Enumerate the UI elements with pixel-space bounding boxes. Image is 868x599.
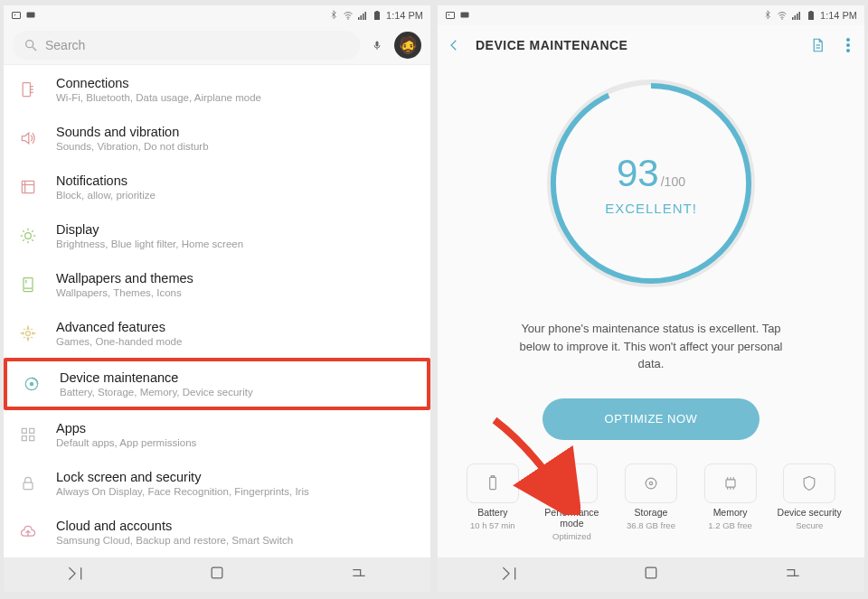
svg-rect-53 [489, 477, 495, 489]
mic-icon[interactable] [369, 37, 385, 53]
advanced-icon [16, 324, 40, 342]
svg-rect-37 [24, 482, 33, 490]
svg-rect-2 [27, 13, 35, 18]
settings-item-connections[interactable]: Connections Wi-Fi, Bluetooth, Data usage… [4, 65, 430, 114]
settings-item-title: Cloud and accounts [56, 519, 418, 533]
sounds-icon [16, 129, 40, 147]
category-label: Device security [772, 507, 846, 518]
phone-device-maintenance: 1:14 PM DEVICE MAINTENANCE 93/100 EXCELL… [438, 5, 864, 592]
settings-item-title: Apps [56, 421, 418, 435]
svg-rect-44 [792, 17, 794, 20]
battery-icon [372, 10, 382, 21]
settings-item-notifications[interactable]: Notifications Block, allow, prioritize [4, 163, 430, 211]
nav-recents[interactable] [500, 564, 518, 585]
svg-point-20 [25, 233, 32, 239]
settings-item-title: Sounds and vibration [56, 125, 418, 139]
settings-item-sub: Default apps, App permissions [56, 437, 418, 448]
more-icon[interactable] [839, 36, 857, 54]
svg-rect-42 [461, 13, 469, 18]
lock-icon [16, 474, 40, 492]
apps-icon [16, 426, 40, 444]
settings-item-display[interactable]: Display Brightness, Blue light filter, H… [4, 211, 430, 260]
settings-item-title: Lock screen and security [56, 470, 418, 484]
category-sub: Secure [772, 520, 846, 530]
message-icon [25, 10, 36, 21]
settings-item-lock[interactable]: Lock screen and security Always On Displ… [4, 459, 430, 508]
settings-item-maintenance[interactable]: Device maintenance Battery, Storage, Mem… [4, 358, 430, 410]
category-performance-mode[interactable]: Performance mode Optimized [535, 463, 609, 541]
profile-avatar[interactable]: 🧔 [394, 32, 421, 59]
svg-point-52 [553, 86, 749, 281]
settings-item-sub: Battery, Storage, Memory, Device securit… [60, 387, 414, 398]
category-label: Memory [693, 507, 768, 518]
settings-item-sub: Wallpapers, Themes, Icons [56, 287, 418, 298]
svg-line-27 [23, 239, 24, 241]
dm-message: Your phone's maintenance status is excel… [506, 320, 796, 373]
score-ring: 93/100 EXCELLENT! [547, 80, 755, 287]
svg-rect-39 [212, 567, 222, 578]
svg-rect-5 [361, 15, 363, 20]
svg-rect-29 [24, 278, 33, 289]
settings-item-sub: Always On Display, Face Recognition, Fin… [56, 486, 418, 497]
settings-list[interactable]: Connections Wi-Fi, Bluetooth, Data usage… [4, 65, 430, 557]
nav-back[interactable] [350, 564, 368, 585]
settings-item-title: Advanced features [56, 320, 418, 334]
signal-icon [357, 10, 368, 21]
connections-icon [16, 80, 40, 98]
category-battery[interactable]: Battery 10 h 57 min [456, 463, 530, 541]
status-time: 1:14 PM [386, 10, 423, 21]
nav-home[interactable] [642, 564, 660, 585]
svg-line-25 [23, 230, 24, 232]
document-icon[interactable] [808, 36, 826, 54]
svg-rect-40 [447, 13, 455, 19]
svg-rect-46 [797, 14, 798, 20]
category-sub: 1.2 GB free [693, 520, 768, 530]
category-icon [704, 463, 757, 503]
settings-item-title: Connections [56, 76, 418, 90]
svg-point-1 [14, 14, 16, 16]
category-row: Battery 10 h 57 min Performance mode Opt… [456, 463, 846, 541]
svg-point-32 [30, 382, 33, 385]
category-storage[interactable]: Storage 36.8 GB free [614, 463, 688, 541]
category-label: Storage [614, 507, 688, 518]
category-sub: Optimized [535, 531, 609, 541]
category-label: Performance mode [535, 507, 609, 529]
category-icon [545, 463, 598, 503]
category-icon [625, 463, 677, 503]
picture-icon [11, 10, 22, 21]
phone-settings: 1:14 PM Search 🧔 Connections Wi-Fi, Blue… [4, 5, 430, 592]
svg-point-41 [448, 14, 450, 16]
svg-rect-34 [30, 428, 34, 433]
svg-rect-33 [22, 428, 26, 433]
settings-item-wallpapers[interactable]: Wallpapers and themes Wallpapers, Themes… [4, 260, 430, 309]
svg-rect-9 [376, 11, 379, 12]
optimize-button[interactable]: OPTIMIZE NOW [542, 398, 760, 440]
bluetooth-icon [328, 10, 339, 21]
optimize-label: OPTIMIZE NOW [605, 412, 698, 426]
svg-rect-6 [363, 14, 364, 20]
svg-rect-12 [376, 41, 379, 46]
cloud-icon [16, 523, 40, 541]
status-bar: 1:14 PM [438, 5, 864, 25]
svg-line-26 [32, 239, 33, 241]
nav-recents[interactable] [66, 564, 84, 585]
settings-item-apps[interactable]: Apps Default apps, App permissions [4, 410, 430, 459]
category-device-security[interactable]: Device security Secure [772, 463, 846, 541]
back-icon[interactable] [445, 36, 463, 54]
svg-rect-7 [365, 12, 367, 20]
nav-home[interactable] [208, 564, 226, 585]
settings-item-cloud[interactable]: Cloud and accounts Samsung Cloud, Backup… [4, 508, 430, 557]
settings-item-advanced[interactable]: Advanced features Games, One-handed mode [4, 309, 430, 358]
search-input[interactable]: Search [13, 31, 360, 60]
svg-rect-47 [799, 12, 801, 20]
category-memory[interactable]: Memory 1.2 GB free [693, 463, 768, 541]
settings-item-sub: Brightness, Blue light filter, Home scre… [56, 239, 418, 249]
svg-rect-36 [30, 436, 34, 441]
nav-back[interactable] [784, 564, 802, 585]
notifications-icon [16, 178, 40, 196]
settings-item-title: Display [56, 222, 418, 237]
svg-rect-8 [374, 12, 380, 20]
wifi-icon [777, 10, 788, 21]
settings-item-sub: Sounds, Vibration, Do not disturb [56, 141, 418, 152]
settings-item-sounds[interactable]: Sounds and vibration Sounds, Vibration, … [4, 114, 430, 163]
